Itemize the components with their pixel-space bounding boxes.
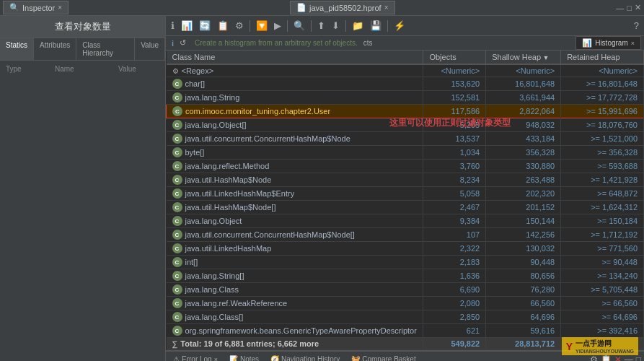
col-type-header: Type <box>6 65 49 73</box>
cell-shallow: 142,256 <box>486 228 561 242</box>
nav-history-label: Navigation History <box>281 355 340 361</box>
toolbar: ℹ 📊 🔄 📋 ⚙ 🔽 ▶ 🔍 ⬆ ⬇ 📁 💾 ⚡ ? <box>166 16 644 36</box>
table-row[interactable]: Cjava.util.LinkedHashMap$Entry5,058202,3… <box>167 187 644 201</box>
table-row[interactable]: Cjava.lang.ref.WeakReference2,08066,560>… <box>167 297 644 310</box>
btn5[interactable]: ⚙ <box>233 19 246 32</box>
col-objects[interactable]: Objects <box>423 51 486 64</box>
class-name-text: java.lang.Class[] <box>185 313 244 321</box>
histogram-close[interactable]: × <box>631 40 635 47</box>
table-row[interactable]: Cjava.lang.Class[]2,85064,696>= 64,696 <box>167 310 644 324</box>
btn9[interactable]: ⬇ <box>330 19 342 32</box>
btn8[interactable]: ⬆ <box>315 19 327 32</box>
table-row[interactable]: Ccom.imooc.monitor_tuning.chapter2.User1… <box>167 105 644 118</box>
table-row[interactable]: Cchar[]153,62016,801,648>= 16,801,648 <box>167 77 644 91</box>
left-panel: 查看对象数量 Statics Attributes Class Hierarch… <box>0 16 166 361</box>
table-row[interactable]: Cjava.lang.String[]1,63680,656>= 134,240 <box>167 269 644 283</box>
maximize-btn[interactable]: □ <box>627 4 632 12</box>
inspector-tab[interactable]: 🔍 Inspector × <box>3 1 69 14</box>
histogram-btn[interactable]: 📊 <box>179 19 195 32</box>
table-row[interactable]: Cjava.lang.reflect.Method3,760330,880>= … <box>167 160 644 173</box>
cell-shallow: 90,448 <box>486 256 561 269</box>
watermark-url: YIDIANSHOUYOUWANG <box>575 349 634 354</box>
table-row[interactable]: Cjava.util.concurrent.ConcurrentHashMap$… <box>167 228 644 242</box>
error-log-close[interactable]: × <box>214 356 218 362</box>
cell-objects: 2,183 <box>423 256 486 269</box>
cell-retained: >= 593,688 <box>561 160 644 173</box>
cell-class-name: Cjava.util.HashMap$Node <box>167 173 423 186</box>
btn11[interactable]: 💾 <box>368 19 384 32</box>
class-name-text: char[] <box>185 79 206 88</box>
btn7[interactable]: ▶ <box>272 19 283 32</box>
error-icon: ⚠ <box>173 355 180 361</box>
btn10[interactable]: 📁 <box>350 19 366 32</box>
cell-shallow: 356,328 <box>486 146 561 160</box>
tab-value[interactable]: Value <box>135 38 165 60</box>
sep1 <box>250 20 250 32</box>
cell-class-name: Cjava.util.HashMap$Node[] <box>167 201 423 214</box>
table-row[interactable]: Cjava.lang.Class6,69076,280>= 5,705,448 <box>167 283 644 297</box>
cell-retained: >= 1,712,192 <box>561 228 644 242</box>
cell-shallow: 59,616 <box>486 324 561 338</box>
cell-shallow: 433,184 <box>486 132 561 146</box>
close-btn[interactable]: ✕ <box>635 3 641 12</box>
tab-compare-basket[interactable]: 🧺 Compare Basket <box>347 354 420 361</box>
info-btn[interactable]: ℹ <box>169 19 177 32</box>
hprof-tab[interactable]: 📄 java_pid58502.hprof × <box>290 1 395 14</box>
inspector-close[interactable]: × <box>58 4 62 12</box>
histogram-tab[interactable]: 📊 Histogram × <box>575 36 641 50</box>
tab-nav-history[interactable]: 🧭 Navigation History <box>266 354 344 361</box>
table-header-row: Class Name Objects Shallow Heap Retained… <box>167 51 644 64</box>
class-name-text: <Regex> <box>182 66 214 75</box>
cell-retained: >= 771,560 <box>561 242 644 256</box>
help-btn[interactable]: ? <box>632 19 641 32</box>
cell-objects: 117,586 <box>423 105 486 118</box>
cell-objects: 6,690 <box>423 283 486 297</box>
class-name-text: byte[] <box>185 148 205 157</box>
cell-class-name: Cjava.util.concurrent.ConcurrentHashMap$… <box>167 132 423 145</box>
minimize-btn[interactable]: — <box>616 4 624 12</box>
cell-objects: 5,058 <box>423 187 486 201</box>
left-header-row: Type Name Value <box>3 64 162 74</box>
btn6[interactable]: 🔽 <box>254 19 270 32</box>
cell-objects: 9,384 <box>423 214 486 228</box>
tab-statics[interactable]: Statics <box>0 38 34 60</box>
tab-attributes[interactable]: Attributes <box>34 38 76 60</box>
class-name-text: com.imooc.monitor_tuning.chapter2.User <box>185 107 330 116</box>
tab-notes[interactable]: 📝 Notes <box>225 354 263 361</box>
right-panel-wrapper: ℹ 📊 🔄 📋 ⚙ 🔽 ▶ 🔍 ⬆ ⬇ 📁 💾 ⚡ ? <box>166 16 644 361</box>
hprof-close[interactable]: × <box>384 4 389 12</box>
tab-class-hierarchy[interactable]: Class Hierarchy <box>76 38 135 60</box>
btn4[interactable]: 📋 <box>215 19 231 32</box>
cell-shallow: 66,560 <box>486 297 561 310</box>
main-layout: 查看对象数量 Statics Attributes Class Hierarch… <box>0 16 644 361</box>
table-row[interactable]: ⚙<Regex><Numeric><Numeric><Numeric> <box>167 64 644 77</box>
btn3[interactable]: 🔄 <box>197 19 213 32</box>
table-row[interactable]: Cint[]2,18390,448>= 90,448 <box>167 256 644 269</box>
table-row[interactable]: Cjava.util.concurrent.ConcurrentHashMap$… <box>167 132 644 146</box>
cell-shallow: 130,032 <box>486 242 561 256</box>
cell-shallow: 76,280 <box>486 283 561 297</box>
search-btn[interactable]: 🔍 <box>291 19 307 32</box>
cell-shallow: 80,656 <box>486 269 561 283</box>
cell-retained: >= 134,240 <box>561 269 644 283</box>
table-row[interactable]: Cjava.util.HashMap$Node[]2,467201,152>= … <box>167 201 644 214</box>
table-row[interactable]: Corg.springframework.beans.GenericTypeAw… <box>167 324 644 338</box>
cell-retained: >= 1,521,000 <box>561 132 644 146</box>
col-retained[interactable]: Retained Heap <box>561 51 644 64</box>
table-container[interactable]: 这里可以使用正则过滤对象类型 Class Name Objects Shallo… <box>166 51 644 350</box>
col-shallow[interactable]: Shallow Heap <box>486 51 561 64</box>
table-row[interactable]: Cjava.lang.Object[]5,205948,032>= 18,076… <box>167 118 644 132</box>
cell-class-name: Cbyte[] <box>167 146 423 159</box>
table-row[interactable]: Cjava.util.LinkedHashMap2,322130,032>= 7… <box>167 242 644 256</box>
btn12[interactable]: ⚡ <box>392 19 407 32</box>
cell-shallow: 150,144 <box>486 214 561 228</box>
cell-objects: 5,205 <box>423 118 486 132</box>
tab-error-log[interactable]: ⚠ Error Log × <box>169 354 222 361</box>
table-row[interactable]: Cjava.lang.String152,5813,661,944>= 17,7… <box>167 91 644 105</box>
table-row[interactable]: Cjava.util.HashMap$Node8,234263,488>= 1,… <box>167 173 644 187</box>
table-row[interactable]: Cbyte[]1,034356,328>= 356,328 <box>167 146 644 160</box>
table-row[interactable]: Cjava.lang.Object9,384150,144>= 150,184 <box>167 214 644 228</box>
col-class-name[interactable]: Class Name <box>167 51 423 64</box>
class-name-text: java.lang.ref.WeakReference <box>185 299 288 308</box>
cell-objects: 1,636 <box>423 269 486 283</box>
